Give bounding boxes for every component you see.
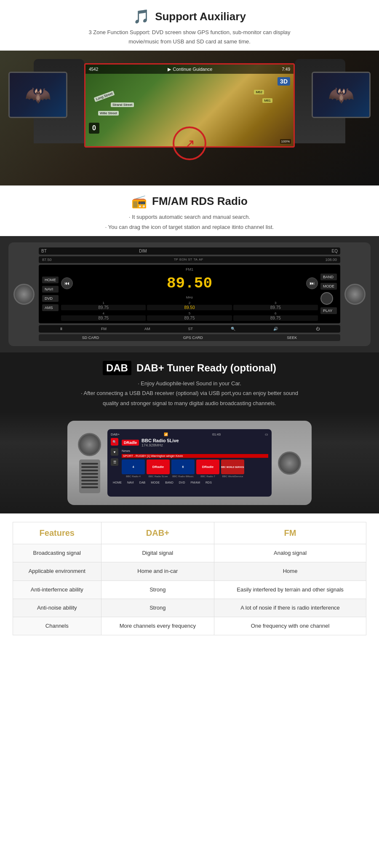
nav-dvd[interactable]: DVD [42, 295, 59, 302]
dab-left-knob[interactable] [78, 433, 101, 456]
dab-screen: DAB+ 📶 01:43 ▭ 🔍 ♥ ☰ DRadle [107, 429, 272, 497]
radio-seek: SEEK [287, 336, 297, 340]
dab-left-controls [78, 433, 101, 493]
radio-icon: 📻 [131, 194, 147, 209]
dab-channel-bbc6[interactable]: 6 BBC Radio 6Music [171, 460, 195, 478]
auxiliary-icon-area: 🎵 Support Auxiliary [17, 8, 362, 24]
radio-dial-knob[interactable] [320, 292, 333, 305]
gps-continue-guidance: ▶ Continue Guidance [168, 67, 212, 72]
dab-broadcasting: Digital signal [101, 544, 214, 562]
comparison-section: Features DAB+ FM Broadcasting signal Dig… [0, 513, 379, 648]
dab-button-row: HOME NAVI DAB MODE BAND DVD FM/AM RDS [111, 480, 268, 485]
dab-btn-band[interactable]: BAND [163, 480, 175, 485]
dab-car-housing: DAB+ 📶 01:43 ▭ 🔍 ♥ ☰ DRadle [67, 421, 312, 505]
car-interior-image: 🦇 🦇 4542 ▶ Continue Guidance 7:49 3D 0 L… [0, 51, 379, 185]
aux-icon: 🎵 [133, 8, 150, 24]
dab-vent [79, 460, 100, 493]
nav-home[interactable]: HOME [42, 277, 59, 283]
fm-noise: A lot of nosie if there is radio interfe… [214, 599, 366, 617]
preset-3[interactable]: 3 89.75 [233, 301, 318, 310]
table-row: Anti-interfernce ability Strong Easily i… [13, 580, 366, 599]
radio-band-btn[interactable]: BAND [320, 274, 337, 280]
dab-station-details: BBC Radio 5Live 174.928MHz [141, 438, 179, 447]
radio-search-btn[interactable]: 🔍 [231, 327, 235, 331]
nav-navi[interactable]: NAVI [42, 286, 59, 293]
dab-logo: DAB [103, 361, 131, 375]
preset-4[interactable]: 4 89.75 [61, 312, 146, 321]
radio-left-knob[interactable] [13, 284, 35, 305]
dab-sidebar-icon-3[interactable]: ☰ [111, 458, 118, 466]
preset-1[interactable]: 1 89.75 [61, 301, 146, 310]
dab-sidebar-icon-1[interactable]: 🔍 [111, 438, 118, 446]
auxiliary-desc: 3 Zone Function Support: DVD screen show… [17, 28, 362, 46]
radio-card-row: SD CARD GPS CARD SEEK [39, 334, 340, 341]
dab-channel-5live[interactable]: DRadle BBC Radio 5Live [147, 460, 170, 478]
preset-5[interactable]: 5 89.75 [147, 312, 232, 321]
radio-main-display-row: HOME NAVI DVD AMS ⏮ FM1 89.50 [39, 265, 340, 323]
radio-am-mode[interactable]: AM [144, 327, 150, 331]
radio-unit-section: BT DIM EQ 87.50 TPEONSTTAAF 108.00 HOME [0, 236, 379, 352]
tab-bt[interactable]: BT [41, 249, 47, 253]
dab-sidebar-icon-2[interactable]: ♥ [111, 448, 118, 456]
radio-right-knob[interactable] [344, 284, 366, 305]
dab-station-logo: DRadle [122, 440, 139, 446]
th-fm: FM [214, 522, 366, 544]
dab-btn-mode[interactable]: MODE [149, 480, 162, 485]
dab-main-content: DRadle BBC Radio 5Live 174.928MHz News S… [122, 438, 268, 478]
radio-freq-right: 108.00 [325, 258, 337, 262]
gps-time: 7:49 [282, 67, 290, 72]
nav-ams[interactable]: AMS [42, 304, 59, 311]
radio-play-btn[interactable]: PLAY [320, 307, 337, 314]
dab-channel-bbcws[interactable]: BBC WORLD SERVICE BBC WorldService [221, 460, 244, 478]
radio-forward-btn[interactable]: ⏭ [306, 277, 318, 289]
tab-dim[interactable]: DIM [139, 249, 147, 253]
preset-6[interactable]: 6 89.75 [233, 312, 318, 321]
radio-mode-btn[interactable]: MODE [320, 283, 337, 290]
radio-outer-housing: BT DIM EQ 87.50 TPEONSTTAAF 108.00 HOME [8, 242, 371, 346]
dab-channel-name: BBC Radio 5Live [141, 438, 179, 443]
table-row: Channels More channels every frequency O… [13, 617, 366, 635]
dab-section-header: DAB DAB+ Tuner Ready (optional) · Enjoy … [0, 352, 379, 412]
radio-fm-label: FM1 [165, 267, 214, 271]
dab-btn-dvd[interactable]: DVD [177, 480, 187, 485]
radio-gps-card: GPS CARD [183, 336, 203, 340]
dab-btn-home[interactable]: HOME [111, 480, 124, 485]
dab-channel-freq: 174.928MHz [141, 443, 179, 447]
radio-volume-btn[interactable]: 🔊 [273, 327, 278, 331]
radio-fm-mode[interactable]: FM [101, 327, 107, 331]
radio-section-header: 📻 FM/AM RDS Radio · It supports automati… [0, 185, 379, 236]
feature-broadcasting: Broadcasting signal [13, 544, 101, 562]
dab-btn-fmam[interactable]: FM/AM [188, 480, 202, 485]
radio-mhz-label: MHz [165, 296, 214, 299]
gps-map-area: Long Street Strand Street Wille Street M… [90, 77, 277, 134]
radio-freq-col: ⏮ FM1 89.50 MHz ⏭ [61, 267, 318, 321]
dab-channel-radio7[interactable]: DRadle BBC Radio 7 [196, 460, 219, 478]
radio-tab-bar: BT DIM EQ [39, 247, 340, 255]
fm-interference: Easily interfered by terrain and other s… [214, 580, 366, 599]
radio-power-btn[interactable]: ⏻ [316, 327, 320, 331]
dab-channel-bbc4[interactable]: 4 BBC Radio 4 [122, 460, 145, 478]
table-header-row: Features DAB+ FM [13, 522, 366, 544]
dab-right-knob[interactable] [278, 451, 301, 475]
tab-eq[interactable]: EQ [332, 249, 338, 253]
radio-title: FM/AM RDS Radio [152, 195, 248, 208]
gps-road-number: 4542 [89, 67, 98, 72]
dab-btn-rds[interactable]: RDS [203, 480, 214, 485]
radio-freq-left: 87.50 [42, 258, 52, 262]
fm-broadcasting: Analog signal [214, 544, 366, 562]
dab-interference: Strong [101, 580, 214, 599]
dab-environment: Home and in-car [101, 562, 214, 580]
table-row: Broadcasting signal Digital signal Analo… [13, 544, 366, 562]
dab-sidebar: 🔍 ♥ ☰ [111, 438, 119, 478]
feature-environment: Applicable environment [13, 562, 101, 580]
radio-st-btn[interactable]: ST [188, 327, 193, 331]
radio-rewind-btn[interactable]: ⏮ [61, 277, 73, 289]
preset-2[interactable]: 2 89.50 [147, 301, 232, 310]
radio-freq-display-group: FM1 89.50 MHz [165, 267, 214, 299]
dab-btn-dab[interactable]: DAB [137, 480, 147, 485]
dab-btn-navi[interactable]: NAVI [125, 480, 136, 485]
radio-bottom-row: ⏸ FM AM ST 🔍 🔊 ⏻ [39, 325, 340, 333]
dab-news-label: News [122, 449, 268, 453]
radio-pause-btn[interactable]: ⏸ [59, 327, 63, 331]
radio-icon-area: 📻 FM/AM RDS Radio [17, 194, 362, 209]
